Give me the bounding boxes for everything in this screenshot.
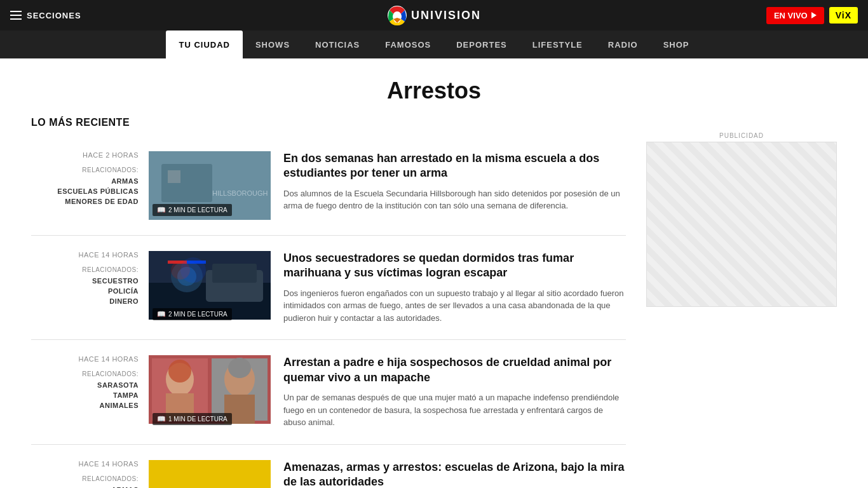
svg-text:HILLSBOROUGH: HILLSBOROUGH bbox=[156, 169, 197, 175]
article-summary: Dos ingenieros fueron engañados con un s… bbox=[283, 287, 626, 325]
logo-area[interactable]: UNIVISION bbox=[387, 5, 481, 25]
related-tag[interactable]: TAMPA bbox=[31, 391, 139, 399]
article-headline[interactable]: Arrestan a padre e hija sospechosos de c… bbox=[283, 355, 626, 385]
top-bar-right: EN VIVO ViX bbox=[766, 7, 858, 24]
article-summary: Dos alumnos de la Escuela Secundaria Hil… bbox=[283, 187, 626, 212]
book-icon: 📖 bbox=[157, 310, 166, 318]
related-label: RELACIONADOS: bbox=[31, 166, 139, 173]
ad-label: PUBLICIDAD bbox=[646, 132, 837, 139]
en-vivo-label: EN VIVO bbox=[774, 11, 808, 20]
related-tag[interactable]: POLICÍA bbox=[31, 287, 139, 295]
related-tag[interactable]: SARASOTA bbox=[31, 381, 139, 389]
article-item: HACE 14 HORAS RELACIONADOS: SARASOTA TAM… bbox=[31, 340, 626, 444]
article-meta: HACE 2 HORAS RELACIONADOS: ARMAS ESCUELA… bbox=[31, 151, 149, 220]
top-bar: SECCIONES UNIVISION EN VIVO ViX bbox=[0, 0, 868, 30]
read-time-text: 2 MIN DE LECTURA bbox=[168, 207, 227, 214]
book-icon: 📖 bbox=[157, 415, 166, 423]
svg-point-27 bbox=[228, 358, 251, 378]
svg-rect-3 bbox=[154, 161, 208, 196]
article-text: Amenazas, armas y arrestos: escuelas de … bbox=[283, 460, 626, 488]
related-label: RELACIONADOS: bbox=[31, 370, 139, 377]
univision-logo-icon bbox=[387, 5, 407, 25]
related-tag[interactable]: ARMAS bbox=[31, 177, 139, 185]
article-text: Arrestan a padre e hija sospechosos de c… bbox=[283, 355, 626, 428]
related-label: RELACIONADOS: bbox=[31, 266, 139, 273]
section-label: LO MÁS RECIENTE bbox=[31, 117, 626, 136]
hamburger-menu[interactable]: SECCIONES bbox=[10, 11, 81, 20]
related-label: RELACIONADOS: bbox=[31, 475, 139, 482]
nav-item-lifestyle[interactable]: LIFESTYLE bbox=[520, 30, 595, 58]
article-image-wrap[interactable]: 📖 2 MIN DE LECTURA bbox=[149, 251, 271, 324]
secciones-label: SECCIONES bbox=[27, 11, 81, 20]
article-time: HACE 14 HORAS bbox=[31, 460, 139, 468]
article-item: HACE 2 HORAS RELACIONADOS: ARMAS ESCUELA… bbox=[31, 136, 626, 236]
svg-point-9 bbox=[233, 158, 250, 176]
vix-button[interactable]: ViX bbox=[829, 7, 858, 24]
article-image-wrap[interactable] bbox=[149, 460, 271, 488]
related-tag[interactable]: ANIMALES bbox=[31, 402, 139, 409]
svg-text:COUNTY SCHOOLS: COUNTY SCHOOLS bbox=[156, 178, 198, 182]
read-time-badge: 📖 2 MIN DE LECTURA bbox=[153, 204, 232, 216]
nav-item-radio[interactable]: RADIO bbox=[595, 30, 651, 58]
svg-point-24 bbox=[168, 360, 191, 383]
page-title-area: Arrestos bbox=[0, 58, 868, 117]
article-text: En dos semanas han arrestado en la misma… bbox=[283, 151, 626, 220]
book-icon: 📖 bbox=[157, 206, 166, 214]
article-item: HACE 14 HORAS RELACIONADOS: SECUESTRO PO… bbox=[31, 236, 626, 340]
related-tag[interactable]: DINERO bbox=[31, 297, 139, 305]
article-headline[interactable]: Unos secuestradores se quedan dormidos t… bbox=[283, 251, 626, 281]
read-time-text: 2 MIN DE LECTURA bbox=[168, 311, 227, 318]
univision-text: UNIVISION bbox=[411, 9, 481, 22]
article-image-wrap[interactable]: 📖 1 MIN DE LECTURA bbox=[149, 355, 271, 428]
nav-item-famosos[interactable]: FAMOSOS bbox=[372, 30, 444, 58]
content-area: LO MÁS RECIENTE HACE 2 HORAS RELACIONADO… bbox=[31, 117, 626, 488]
article-text: Unos secuestradores se quedan dormidos t… bbox=[283, 251, 626, 324]
read-time-text: 1 MIN DE LECTURA bbox=[168, 416, 227, 423]
ad-placeholder bbox=[646, 142, 837, 307]
article-meta: HACE 14 HORAS RELACIONADOS: SECUESTRO PO… bbox=[31, 251, 149, 324]
en-vivo-button[interactable]: EN VIVO bbox=[766, 7, 824, 24]
article-time: HACE 2 HORAS bbox=[31, 151, 139, 159]
sidebar-ad: PUBLICIDAD bbox=[646, 132, 837, 307]
article-time: HACE 14 HORAS bbox=[31, 251, 139, 259]
article-image-wrap[interactable]: HILLSBOROUGH COUNTY SCHOOLS 📖 2 MIN DE L… bbox=[149, 151, 271, 220]
article-time: HACE 14 HORAS bbox=[31, 355, 139, 363]
article-meta: HACE 14 HORAS RELACIONADOS: ARMAS bbox=[31, 460, 149, 488]
read-time-badge: 📖 2 MIN DE LECTURA bbox=[153, 308, 232, 320]
nav-item-tu-ciudad[interactable]: TU CIUDAD bbox=[166, 30, 243, 58]
article-item: HACE 14 HORAS RELACIONADOS: ARMAS Amenaz… bbox=[31, 445, 626, 488]
related-tag[interactable]: ARMAS bbox=[31, 486, 139, 488]
sidebar-area: PUBLICIDAD bbox=[646, 117, 837, 488]
related-tag[interactable]: MENORES DE EDAD bbox=[31, 198, 139, 205]
vix-label: ViX bbox=[836, 10, 851, 20]
nav-item-deportes[interactable]: DEPORTES bbox=[444, 30, 520, 58]
related-tag[interactable]: SECUESTRO bbox=[31, 277, 139, 285]
article-meta: HACE 14 HORAS RELACIONADOS: SARASOTA TAM… bbox=[31, 355, 149, 428]
related-tag[interactable]: ESCUELAS PÚBLICAS bbox=[31, 187, 139, 195]
play-icon bbox=[811, 12, 817, 18]
read-time-badge: 📖 1 MIN DE LECTURA bbox=[153, 413, 232, 425]
nav-item-shows[interactable]: SHOWS bbox=[243, 30, 302, 58]
hamburger-icon bbox=[10, 11, 22, 20]
nav-item-shop[interactable]: SHOP bbox=[651, 30, 702, 58]
svg-point-7 bbox=[229, 159, 254, 187]
svg-point-19 bbox=[171, 261, 190, 280]
svg-rect-8 bbox=[229, 187, 254, 213]
nav-item-noticias[interactable]: NOTICIAS bbox=[302, 30, 372, 58]
article-summary: Un par de semanas después de que una muj… bbox=[283, 391, 626, 429]
page-title: Arrestos bbox=[0, 78, 868, 104]
article-headline[interactable]: Amenazas, armas y arrestos: escuelas de … bbox=[283, 460, 626, 488]
svg-rect-17 bbox=[212, 264, 257, 283]
secondary-nav: TU CIUDAD SHOWS NOTICIAS FAMOSOS DEPORTE… bbox=[0, 30, 868, 58]
main-layout: LO MÁS RECIENTE HACE 2 HORAS RELACIONADO… bbox=[21, 117, 847, 488]
article-headline[interactable]: En dos semanas han arrestado en la misma… bbox=[283, 151, 626, 181]
